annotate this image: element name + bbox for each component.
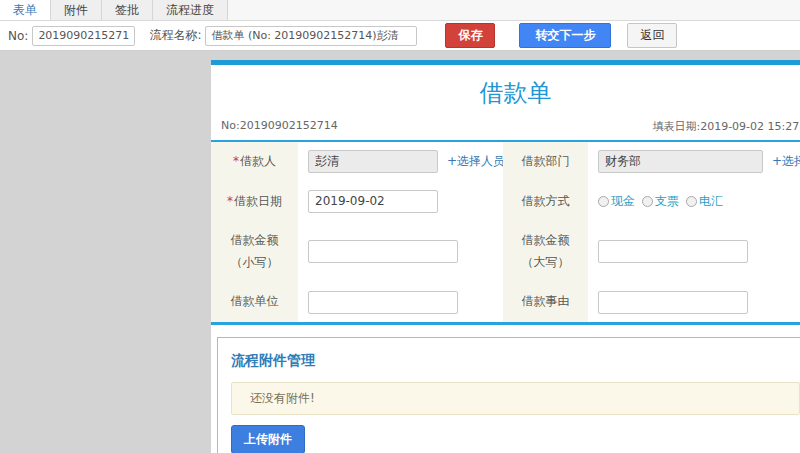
loan-reason-label-cell: 借款事由 — [503, 282, 588, 322]
no-input[interactable] — [32, 26, 135, 46]
amount-lowercase-input[interactable] — [308, 240, 458, 263]
process-name-input[interactable] — [205, 26, 417, 46]
loan-date-input[interactable] — [308, 190, 438, 213]
loan-unit-input[interactable] — [308, 291, 458, 314]
method-radio-group: 现金 支票 电汇 — [598, 193, 730, 210]
amount-uppercase-input[interactable] — [598, 240, 748, 263]
borrower-input[interactable] — [308, 150, 438, 173]
loan-form-grid: *借款人 +选择人员 借款部门 +选择部门 *借款日期 借款方式 现金 — [211, 142, 800, 322]
select-person-link[interactable]: +选择人员 — [447, 153, 505, 170]
upload-attachment-button[interactable]: 上传附件 — [231, 425, 305, 453]
radio-wire[interactable] — [686, 196, 697, 207]
loan-method-label-cell: 借款方式 — [503, 182, 588, 222]
amount-upper-label-cell: 借款金额（大写） — [503, 221, 588, 282]
transfer-next-step-button[interactable]: 转交下一步 — [519, 23, 611, 48]
loan-reason-input[interactable] — [598, 291, 748, 314]
department-label-cell: 借款部门 — [503, 142, 588, 182]
borrower-field-cell: +选择人员 — [298, 142, 503, 182]
radio-cheque-label[interactable]: 支票 — [655, 193, 679, 210]
radio-cheque[interactable] — [642, 196, 653, 207]
attachments-section: 流程附件管理 还没有附件! 上传附件 — [217, 337, 800, 453]
tab-form[interactable]: 表单 — [0, 0, 51, 20]
back-button[interactable]: 返回 — [627, 23, 677, 48]
department-field-cell: +选择部门 — [588, 142, 800, 182]
tab-approval[interactable]: 签批 — [102, 0, 153, 20]
amount-upper-field-cell — [588, 221, 800, 282]
loan-method-field-cell: 现金 支票 电汇 — [588, 182, 800, 222]
required-mark: * — [233, 154, 239, 168]
loan-reason-field-cell — [588, 282, 800, 322]
radio-cash-label[interactable]: 现金 — [611, 193, 635, 210]
radio-cash[interactable] — [598, 196, 609, 207]
form-fill-date-text: 填表日期:2019-09-02 15:27:1 — [652, 119, 800, 134]
loan-unit-field-cell — [298, 282, 503, 322]
amount-lower-field-cell — [298, 221, 503, 282]
form-title: 借款单 — [211, 65, 800, 119]
loan-date-field-cell — [298, 182, 503, 222]
form-number-text: No:20190902152714 — [221, 119, 338, 134]
save-button[interactable]: 保存 — [445, 23, 495, 48]
tab-process-progress[interactable]: 流程进度 — [153, 0, 228, 20]
form-bottom-divider — [211, 322, 800, 325]
attachments-heading: 流程附件管理 — [231, 352, 800, 370]
loan-unit-label-cell: 借款单位 — [211, 282, 298, 322]
no-label: No: — [8, 29, 28, 43]
borrower-label-cell: *借款人 — [211, 142, 298, 182]
loan-date-label-cell: *借款日期 — [211, 182, 298, 222]
department-input[interactable] — [598, 150, 763, 173]
no-attachments-alert: 还没有附件! — [231, 382, 800, 415]
amount-lower-label-cell: 借款金额（小写） — [211, 221, 298, 282]
form-meta-row: No:20190902152714 填表日期:2019-09-02 15:27:… — [211, 119, 800, 140]
radio-wire-label[interactable]: 电汇 — [699, 193, 723, 210]
select-department-link[interactable]: +选择部门 — [772, 153, 800, 170]
tab-attachments[interactable]: 附件 — [51, 0, 102, 20]
tab-bar: 表单 附件 签批 流程进度 — [0, 0, 800, 21]
required-mark: * — [227, 194, 233, 208]
action-toolbar: No: 流程名称: 保存 转交下一步 返回 — [0, 21, 800, 51]
process-name-label: 流程名称: — [149, 27, 201, 44]
loan-form-panel: 借款单 No:20190902152714 填表日期:2019-09-02 15… — [211, 60, 800, 453]
